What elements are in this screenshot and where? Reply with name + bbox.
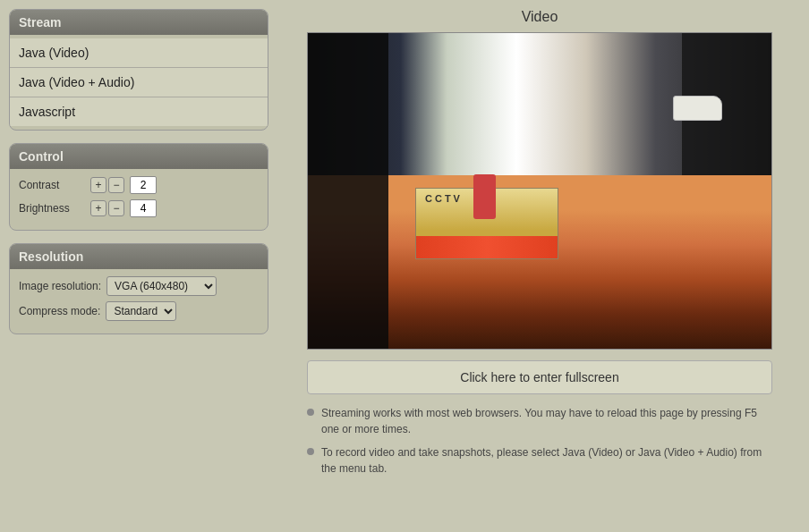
left-panel: Stream Java (Video) Java (Video + Audio)… bbox=[9, 9, 268, 484]
compress-mode-row: Compress mode: Standard High Low bbox=[19, 301, 259, 321]
fullscreen-button[interactable]: Click here to enter fullscreen bbox=[307, 360, 772, 394]
stream-header: Stream bbox=[10, 10, 268, 35]
stream-panel: Stream Java (Video) Java (Video + Audio)… bbox=[9, 9, 268, 131]
stream-item-java-video[interactable]: Java (Video) bbox=[10, 38, 268, 68]
contrast-decrement-button[interactable]: − bbox=[108, 177, 124, 193]
contrast-increment-button[interactable]: + bbox=[90, 177, 106, 193]
cam-box-stripe bbox=[416, 236, 558, 258]
info-text-2: To record video and take snapshots, plea… bbox=[321, 444, 772, 477]
compress-mode-label: Compress mode: bbox=[19, 305, 100, 317]
info-item-2: To record video and take snapshots, plea… bbox=[307, 444, 772, 477]
control-header: Control bbox=[10, 144, 268, 169]
contrast-row: Contrast + − bbox=[19, 176, 259, 194]
brightness-buttons: + − bbox=[90, 200, 124, 216]
compress-mode-select[interactable]: Standard High Low bbox=[106, 301, 176, 321]
contrast-value-input[interactable] bbox=[130, 176, 157, 194]
resolution-header: Resolution bbox=[10, 244, 268, 269]
image-resolution-label: Image resolution: bbox=[19, 280, 101, 292]
cam-left-dark bbox=[308, 33, 388, 349]
stream-item-java-video-audio[interactable]: Java (Video + Audio) bbox=[10, 68, 268, 97]
info-item-1: Streaming works with most web browsers. … bbox=[307, 405, 772, 437]
resolution-panel: Resolution Image resolution: QVGA (320x2… bbox=[9, 243, 268, 334]
cam-car bbox=[673, 96, 722, 121]
video-title: Video bbox=[522, 9, 558, 25]
control-panel: Control Contrast + − Brightness + bbox=[9, 143, 268, 231]
bullet-1 bbox=[307, 409, 314, 416]
info-text-1: Streaming works with most web browsers. … bbox=[321, 405, 772, 437]
brightness-increment-button[interactable]: + bbox=[90, 200, 106, 216]
resolution-body: Image resolution: QVGA (320x240) VGA (64… bbox=[10, 269, 268, 334]
bullet-2 bbox=[307, 448, 314, 455]
video-container: CCTV bbox=[307, 32, 772, 350]
control-body: Contrast + − Brightness + − bbox=[10, 169, 268, 230]
image-resolution-select[interactable]: QVGA (320x240) VGA (640x480) SVGA (800x6… bbox=[106, 276, 217, 296]
cam-image: CCTV bbox=[308, 33, 771, 349]
contrast-buttons: + − bbox=[90, 177, 124, 193]
stream-items-list: Java (Video) Java (Video + Audio) Javasc… bbox=[10, 35, 268, 130]
info-section: Streaming works with most web browsers. … bbox=[307, 405, 772, 484]
contrast-label: Contrast bbox=[19, 179, 90, 191]
right-panel: Video CCTV bbox=[279, 9, 800, 484]
stream-item-javascript[interactable]: Javascript bbox=[10, 97, 268, 126]
brightness-value-input[interactable] bbox=[130, 199, 157, 217]
brightness-row: Brightness + − bbox=[19, 199, 259, 217]
brightness-label: Brightness bbox=[19, 202, 90, 215]
cam-cctv-text: CCTV bbox=[425, 193, 463, 204]
image-resolution-row: Image resolution: QVGA (320x240) VGA (64… bbox=[19, 276, 259, 296]
cam-holder bbox=[473, 174, 496, 219]
brightness-decrement-button[interactable]: − bbox=[108, 200, 124, 216]
